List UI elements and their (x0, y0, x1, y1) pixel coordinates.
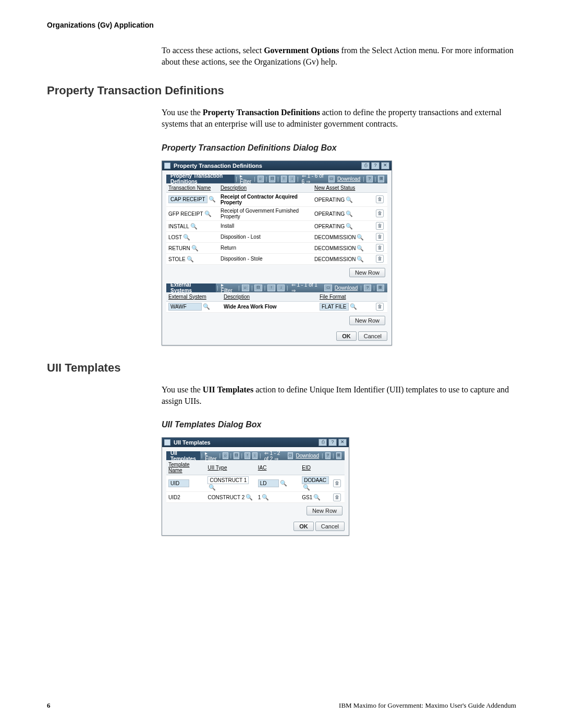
help-icon[interactable]: ? (371, 162, 380, 169)
col-description[interactable]: Description (218, 183, 312, 193)
download-link[interactable]: Download (337, 176, 360, 182)
sort-down-icon[interactable]: ↓ (252, 452, 258, 459)
ext-sys-field[interactable]: WAWF (168, 303, 202, 311)
lookup-icon[interactable]: 🔍 (303, 484, 309, 490)
download-icon[interactable]: ▭ (328, 176, 335, 182)
lookup-icon[interactable]: 🔍 (262, 494, 268, 500)
lookup-icon[interactable]: 🔍 (183, 234, 189, 240)
lookup-icon[interactable]: 🔍 (191, 245, 198, 251)
lookup-icon[interactable]: 🔍 (203, 303, 209, 310)
trash-icon[interactable]: 🗑 (376, 195, 384, 203)
collapse-icon[interactable]: ⊟ (234, 452, 239, 459)
cancel-button[interactable]: Cancel (315, 522, 345, 531)
download-link[interactable]: Download (335, 285, 358, 291)
filter-link[interactable]: ▸ Filter (205, 450, 216, 462)
close-icon[interactable]: ✕ (338, 439, 347, 446)
lookup-icon[interactable]: 🔍 (187, 256, 193, 262)
close-icon[interactable]: ✕ (381, 162, 389, 169)
page-range: ⇐ 1 - 6 of 6 ⇒ (302, 173, 326, 184)
help-icon[interactable]: ? (328, 439, 337, 446)
lookup-icon[interactable]: 🔍 (280, 480, 286, 486)
trash-icon[interactable]: 🗑 (333, 479, 341, 487)
lookup-icon[interactable]: 🔍 (346, 223, 352, 229)
page-range-ext: ⇐ 1 - 1 of 1 ⇒ (291, 282, 322, 293)
ok-button[interactable]: OK (293, 522, 314, 531)
print-icon[interactable]: ⎙ (361, 162, 370, 169)
new-row-button[interactable]: New Row (307, 506, 342, 515)
table-row[interactable]: RETURN🔍 Return DECOMMISSION🔍 🗑 (166, 242, 387, 253)
lookup-icon[interactable]: 🔍 (350, 303, 356, 310)
table-row[interactable]: INSTALL🔍 Install OPERATING🔍 🗑 (166, 220, 387, 231)
new-row-button[interactable]: New Row (349, 268, 385, 277)
find-icon[interactable]: ⌕ (242, 285, 249, 291)
lookup-icon[interactable]: 🔍 (190, 223, 197, 229)
sort-down-icon[interactable]: ↓ (289, 176, 295, 182)
page-range-uii: ⇐ 1 - 2 of 2 ⇒ (264, 450, 285, 462)
trash-icon[interactable]: 🗑 (333, 493, 341, 501)
trash-icon[interactable]: 🗑 (376, 209, 384, 217)
filter-link[interactable]: ▸ Filter (221, 282, 236, 293)
lookup-icon[interactable]: 🔍 (246, 494, 252, 500)
lookup-icon[interactable]: 🔍 (313, 494, 320, 500)
new-row-button[interactable]: New Row (349, 316, 385, 325)
col-external-system[interactable]: External System (166, 292, 222, 302)
lookup-icon[interactable]: 🔍 (357, 256, 363, 262)
expand-icon[interactable]: ⊞ (377, 285, 384, 291)
lookup-icon[interactable]: 🔍 (346, 211, 352, 217)
txn-name: STOLE (168, 256, 186, 262)
lookup-icon[interactable]: 🔍 (346, 196, 352, 203)
section-help-icon[interactable]: ? (364, 285, 371, 291)
tpl-eid-field[interactable]: DODAAC (302, 476, 329, 484)
col-transaction-name[interactable]: Transaction Name (166, 183, 218, 193)
col-file-format[interactable]: File Format (317, 292, 374, 302)
table-row[interactable]: STOLE🔍 Disposition - Stole DECOMMISSION🔍… (166, 253, 387, 264)
lookup-icon[interactable]: 🔍 (209, 196, 215, 202)
filter-link[interactable]: ▸ Filter (240, 173, 251, 184)
tpl-name-field[interactable]: UID (168, 479, 189, 487)
find-icon[interactable]: ⌕ (258, 176, 264, 182)
trash-icon[interactable]: 🗑 (376, 303, 384, 311)
collapse-icon[interactable]: ⊟ (269, 176, 275, 182)
trash-icon[interactable]: 🗑 (376, 255, 384, 263)
collapse-icon[interactable]: ⊟ (254, 285, 262, 291)
ext-ff-field[interactable]: FLAT FILE (320, 303, 349, 311)
table-row[interactable]: LOST🔍 Disposition - Lost DECOMMISSION🔍 🗑 (166, 231, 387, 242)
sort-up-icon[interactable]: ↑ (281, 176, 287, 182)
sort-down-icon[interactable]: ↓ (277, 285, 285, 291)
tpl-type-field[interactable]: CONSTRUCT 1 (207, 476, 249, 484)
sort-up-icon[interactable]: ↑ (244, 452, 250, 459)
tpl-iac-field[interactable]: LD (258, 479, 279, 487)
lookup-icon[interactable]: 🔍 (204, 211, 211, 217)
download-icon[interactable]: ▭ (288, 452, 293, 459)
col-uii-type[interactable]: UII Type (205, 460, 255, 475)
table-row[interactable]: UID2 CONSTRUCT 2🔍 1🔍 GS1🔍 🗑 (166, 492, 345, 503)
lookup-icon[interactable]: 🔍 (357, 234, 363, 240)
table-row[interactable]: CAP RECEIPT🔍 Receipt of Contractor Acqui… (166, 192, 387, 206)
col-template-name[interactable]: Template Name (166, 460, 205, 475)
col-new-asset-status[interactable]: New Asset Status (312, 183, 374, 193)
trash-icon[interactable]: 🗑 (376, 222, 384, 230)
expand-icon[interactable]: ⊞ (336, 452, 341, 459)
expand-icon[interactable]: ⊞ (378, 176, 384, 182)
table-row[interactable]: UID CONSTRUCT 1🔍 LD🔍 DODAAC🔍 🗑 (166, 475, 345, 492)
section-help-icon[interactable]: ? (366, 176, 373, 182)
lookup-icon[interactable]: 🔍 (357, 245, 363, 251)
download-link[interactable]: Download (296, 453, 319, 459)
table-row[interactable]: WAWF🔍 Wide Area Work Flow FLAT FILE🔍 🗑 (166, 301, 387, 312)
txn-name-field[interactable]: CAP RECEIPT (168, 195, 207, 203)
lookup-icon[interactable]: 🔍 (209, 484, 215, 490)
table-row[interactable]: GFP RECEIPT🔍 Receipt of Government Furni… (166, 206, 387, 220)
print-icon[interactable]: ⎙ (319, 439, 327, 446)
download-icon[interactable]: ▭ (324, 285, 332, 291)
section-help-icon[interactable]: ? (325, 452, 331, 459)
find-icon[interactable]: ⌕ (223, 452, 228, 459)
trash-icon[interactable]: 🗑 (376, 233, 384, 241)
trash-icon[interactable]: 🗑 (376, 244, 384, 252)
sort-up-icon[interactable]: ↑ (267, 285, 275, 291)
ok-button[interactable]: OK (336, 331, 357, 341)
col-description[interactable]: Description (222, 292, 317, 302)
section-bar-uii: UII Templates | ▸ Filter | ⌕ | ⊟ | ↑ ↓ |… (166, 451, 345, 460)
col-iac[interactable]: IAC (256, 460, 300, 475)
cancel-button[interactable]: Cancel (358, 331, 387, 341)
col-eid[interactable]: EID (300, 460, 331, 475)
